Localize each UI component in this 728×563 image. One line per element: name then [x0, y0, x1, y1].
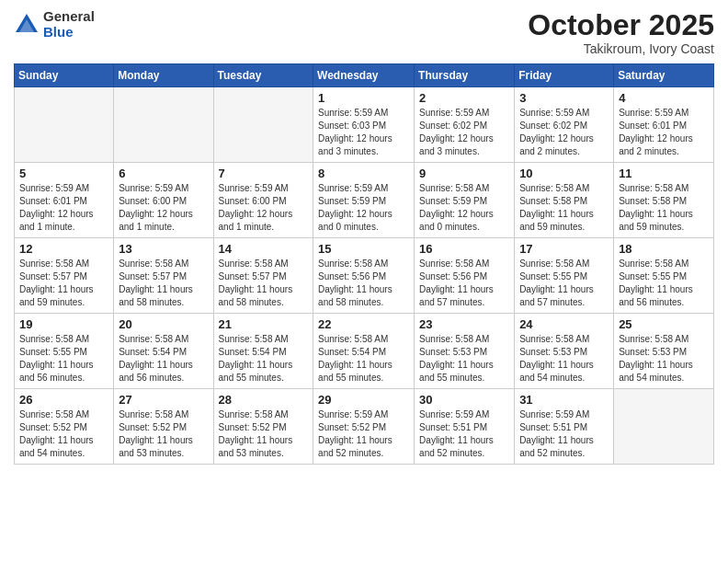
day-info: Sunrise: 5:58 AM Sunset: 5:53 PM Dayligh… — [419, 333, 509, 385]
cell-w4-d6: 24Sunrise: 5:58 AM Sunset: 5:53 PM Dayli… — [515, 314, 614, 389]
day-info: Sunrise: 5:58 AM Sunset: 5:56 PM Dayligh… — [419, 258, 509, 309]
day-number: 19 — [19, 317, 108, 331]
day-info: Sunrise: 5:59 AM Sunset: 6:03 PM Dayligh… — [318, 107, 409, 158]
day-info: Sunrise: 5:59 AM Sunset: 6:01 PM Dayligh… — [19, 182, 108, 234]
day-info: Sunrise: 5:58 AM Sunset: 5:57 PM Dayligh… — [19, 258, 108, 309]
cell-w4-d1: 19Sunrise: 5:58 AM Sunset: 5:55 PM Dayli… — [15, 314, 114, 389]
cell-w5-d3: 28Sunrise: 5:58 AM Sunset: 5:52 PM Dayli… — [213, 389, 313, 465]
day-info: Sunrise: 5:59 AM Sunset: 6:01 PM Dayligh… — [619, 107, 709, 158]
logo-icon — [14, 12, 40, 38]
cell-w2-d3: 7Sunrise: 5:59 AM Sunset: 6:00 PM Daylig… — [213, 163, 313, 238]
cell-w1-d7: 4Sunrise: 5:59 AM Sunset: 6:01 PM Daylig… — [614, 87, 714, 163]
month-title: October 2025 — [528, 9, 714, 41]
week-row-2: 5Sunrise: 5:59 AM Sunset: 6:01 PM Daylig… — [15, 163, 714, 238]
day-number: 2 — [419, 91, 509, 105]
day-info: Sunrise: 5:58 AM Sunset: 5:52 PM Dayligh… — [119, 408, 208, 460]
day-number: 13 — [119, 242, 208, 256]
day-number: 17 — [519, 242, 609, 256]
cell-w3-d5: 16Sunrise: 5:58 AM Sunset: 5:56 PM Dayli… — [415, 238, 515, 314]
cell-w5-d5: 30Sunrise: 5:59 AM Sunset: 5:51 PM Dayli… — [415, 389, 515, 465]
day-number: 22 — [318, 317, 409, 331]
day-info: Sunrise: 5:59 AM Sunset: 5:59 PM Dayligh… — [318, 182, 409, 234]
day-info: Sunrise: 5:58 AM Sunset: 5:54 PM Dayligh… — [318, 333, 409, 385]
cell-w4-d4: 22Sunrise: 5:58 AM Sunset: 5:54 PM Dayli… — [313, 314, 415, 389]
day-number: 3 — [519, 91, 609, 105]
cell-w2-d5: 9Sunrise: 5:58 AM Sunset: 5:59 PM Daylig… — [415, 163, 515, 238]
day-info: Sunrise: 5:58 AM Sunset: 5:57 PM Dayligh… — [219, 258, 309, 309]
week-row-4: 19Sunrise: 5:58 AM Sunset: 5:55 PM Dayli… — [15, 314, 714, 389]
day-info: Sunrise: 5:58 AM Sunset: 5:55 PM Dayligh… — [519, 258, 609, 309]
header: General Blue October 2025 Takikroum, Ivo… — [14, 9, 714, 56]
cell-w5-d4: 29Sunrise: 5:59 AM Sunset: 5:52 PM Dayli… — [313, 389, 415, 465]
page: General Blue October 2025 Takikroum, Ivo… — [0, 0, 728, 563]
cell-w1-d2 — [114, 87, 213, 163]
day-number: 31 — [519, 393, 609, 407]
title-block: October 2025 Takikroum, Ivory Coast — [528, 9, 714, 56]
cell-w5-d2: 27Sunrise: 5:58 AM Sunset: 5:52 PM Dayli… — [114, 389, 213, 465]
col-tuesday: Tuesday — [213, 64, 313, 87]
day-number: 8 — [318, 167, 409, 180]
logo: General Blue — [14, 9, 95, 40]
day-number: 15 — [318, 242, 409, 256]
cell-w5-d1: 26Sunrise: 5:58 AM Sunset: 5:52 PM Dayli… — [15, 389, 114, 465]
cell-w2-d6: 10Sunrise: 5:58 AM Sunset: 5:58 PM Dayli… — [515, 163, 614, 238]
day-number: 20 — [119, 317, 208, 331]
cell-w2-d7: 11Sunrise: 5:58 AM Sunset: 5:58 PM Dayli… — [614, 163, 714, 238]
day-number: 30 — [419, 393, 509, 407]
location-subtitle: Takikroum, Ivory Coast — [528, 41, 714, 56]
day-number: 1 — [318, 91, 409, 105]
col-sunday: Sunday — [15, 64, 114, 87]
day-info: Sunrise: 5:58 AM Sunset: 5:54 PM Dayligh… — [219, 333, 309, 385]
day-number: 4 — [619, 91, 709, 105]
col-friday: Friday — [515, 64, 614, 87]
day-number: 6 — [119, 167, 208, 180]
day-info: Sunrise: 5:58 AM Sunset: 5:55 PM Dayligh… — [619, 258, 709, 309]
cell-w1-d4: 1Sunrise: 5:59 AM Sunset: 6:03 PM Daylig… — [313, 87, 415, 163]
cell-w1-d3 — [213, 87, 313, 163]
day-info: Sunrise: 5:59 AM Sunset: 6:02 PM Dayligh… — [419, 107, 509, 158]
cell-w3-d3: 14Sunrise: 5:58 AM Sunset: 5:57 PM Dayli… — [213, 238, 313, 314]
day-info: Sunrise: 5:59 AM Sunset: 6:00 PM Dayligh… — [119, 182, 208, 234]
day-info: Sunrise: 5:58 AM Sunset: 5:55 PM Dayligh… — [19, 333, 108, 385]
day-info: Sunrise: 5:59 AM Sunset: 5:51 PM Dayligh… — [419, 408, 509, 460]
week-row-1: 1Sunrise: 5:59 AM Sunset: 6:03 PM Daylig… — [15, 87, 714, 163]
day-number: 23 — [419, 317, 509, 331]
col-wednesday: Wednesday — [313, 64, 415, 87]
cell-w5-d7 — [614, 389, 714, 465]
day-info: Sunrise: 5:58 AM Sunset: 5:54 PM Dayligh… — [119, 333, 208, 385]
col-saturday: Saturday — [614, 64, 714, 87]
cell-w3-d4: 15Sunrise: 5:58 AM Sunset: 5:56 PM Dayli… — [313, 238, 415, 314]
cell-w4-d2: 20Sunrise: 5:58 AM Sunset: 5:54 PM Dayli… — [114, 314, 213, 389]
cell-w4-d3: 21Sunrise: 5:58 AM Sunset: 5:54 PM Dayli… — [213, 314, 313, 389]
day-info: Sunrise: 5:58 AM Sunset: 5:57 PM Dayligh… — [119, 258, 208, 309]
week-row-5: 26Sunrise: 5:58 AM Sunset: 5:52 PM Dayli… — [15, 389, 714, 465]
day-info: Sunrise: 5:58 AM Sunset: 5:53 PM Dayligh… — [519, 333, 609, 385]
day-info: Sunrise: 5:59 AM Sunset: 5:51 PM Dayligh… — [519, 408, 609, 460]
day-info: Sunrise: 5:58 AM Sunset: 5:59 PM Dayligh… — [419, 182, 509, 234]
day-number: 24 — [519, 317, 609, 331]
day-number: 27 — [119, 393, 208, 407]
day-number: 7 — [219, 167, 309, 180]
cell-w3-d2: 13Sunrise: 5:58 AM Sunset: 5:57 PM Dayli… — [114, 238, 213, 314]
day-info: Sunrise: 5:59 AM Sunset: 6:02 PM Dayligh… — [519, 107, 609, 158]
cell-w4-d5: 23Sunrise: 5:58 AM Sunset: 5:53 PM Dayli… — [415, 314, 515, 389]
week-row-3: 12Sunrise: 5:58 AM Sunset: 5:57 PM Dayli… — [15, 238, 714, 314]
day-info: Sunrise: 5:59 AM Sunset: 5:52 PM Dayligh… — [318, 408, 409, 460]
day-info: Sunrise: 5:58 AM Sunset: 5:58 PM Dayligh… — [619, 182, 709, 234]
day-number: 29 — [318, 393, 409, 407]
cell-w4-d7: 25Sunrise: 5:58 AM Sunset: 5:53 PM Dayli… — [614, 314, 714, 389]
cell-w1-d6: 3Sunrise: 5:59 AM Sunset: 6:02 PM Daylig… — [515, 87, 614, 163]
day-info: Sunrise: 5:58 AM Sunset: 5:52 PM Dayligh… — [219, 408, 309, 460]
day-number: 26 — [19, 393, 108, 407]
day-number: 11 — [619, 167, 709, 180]
cell-w1-d1 — [15, 87, 114, 163]
cell-w1-d5: 2Sunrise: 5:59 AM Sunset: 6:02 PM Daylig… — [415, 87, 515, 163]
col-thursday: Thursday — [415, 64, 515, 87]
day-number: 9 — [419, 167, 509, 180]
day-info: Sunrise: 5:59 AM Sunset: 6:00 PM Dayligh… — [219, 182, 309, 234]
day-info: Sunrise: 5:58 AM Sunset: 5:52 PM Dayligh… — [19, 408, 108, 460]
day-info: Sunrise: 5:58 AM Sunset: 5:58 PM Dayligh… — [519, 182, 609, 234]
logo-text: General Blue — [43, 9, 95, 40]
calendar-header-row: Sunday Monday Tuesday Wednesday Thursday… — [15, 64, 714, 87]
cell-w3-d7: 18Sunrise: 5:58 AM Sunset: 5:55 PM Dayli… — [614, 238, 714, 314]
